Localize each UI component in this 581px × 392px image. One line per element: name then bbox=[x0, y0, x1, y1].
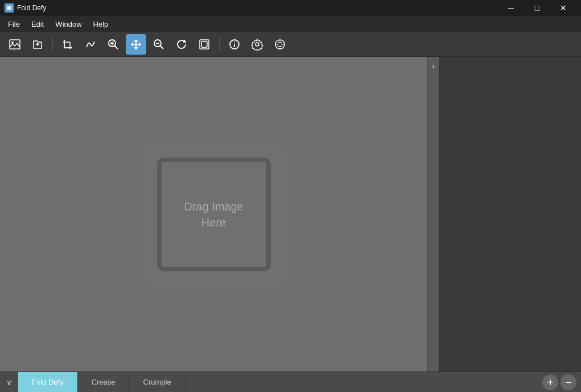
tab-crumple[interactable]: Crumple bbox=[130, 372, 186, 393]
window-controls: ─ □ ✕ bbox=[498, 0, 576, 16]
svg-line-10 bbox=[115, 46, 118, 49]
close-button[interactable]: ✕ bbox=[550, 0, 576, 16]
bottom-actions: + − bbox=[542, 374, 581, 390]
svg-point-24 bbox=[275, 40, 285, 49]
svg-rect-1 bbox=[7, 6, 11, 10]
toolbar-sep-2 bbox=[219, 36, 220, 52]
panel-toggle-arrow-icon: › bbox=[432, 61, 435, 71]
svg-line-16 bbox=[160, 46, 164, 49]
toolbar-sep-1 bbox=[52, 36, 53, 52]
drag-inner: Drag Image Here bbox=[157, 158, 271, 271]
canvas-area[interactable]: Drag Image Here bbox=[0, 57, 427, 372]
fit-button[interactable] bbox=[194, 34, 215, 55]
effects-button[interactable] bbox=[270, 34, 290, 55]
drag-placeholder[interactable]: Drag Image Here bbox=[140, 141, 288, 288]
svg-point-25 bbox=[278, 42, 282, 47]
main-area: Drag Image Here › bbox=[0, 57, 581, 372]
svg-point-23 bbox=[256, 43, 259, 46]
app-icon bbox=[5, 3, 14, 13]
remove-tab-button[interactable]: − bbox=[561, 374, 576, 390]
settings-button[interactable] bbox=[247, 34, 267, 55]
right-panel bbox=[439, 57, 581, 372]
add-tab-button[interactable]: + bbox=[542, 374, 558, 390]
zoom-out-button[interactable] bbox=[149, 34, 169, 55]
minimize-button[interactable]: ─ bbox=[498, 0, 524, 16]
menu-edit[interactable]: Edit bbox=[26, 18, 50, 31]
bottom-bar: ∨ Fold Defy Crease Crumple + − bbox=[0, 372, 581, 392]
toolbar bbox=[0, 32, 581, 57]
svg-rect-19 bbox=[201, 42, 207, 47]
menubar: File Edit Window Help bbox=[0, 16, 581, 32]
tab-fold-defy[interactable]: Fold Defy bbox=[18, 372, 78, 393]
info-button[interactable] bbox=[224, 34, 245, 55]
curve-button[interactable] bbox=[80, 34, 101, 55]
svg-point-22 bbox=[234, 42, 235, 43]
zoom-in-button[interactable] bbox=[103, 34, 123, 55]
menu-file[interactable]: File bbox=[2, 18, 26, 31]
menu-help[interactable]: Help bbox=[88, 18, 114, 31]
maximize-button[interactable]: □ bbox=[524, 0, 550, 16]
bottom-chevron-button[interactable]: ∨ bbox=[0, 372, 18, 393]
titlebar: Fold Defy ─ □ ✕ bbox=[0, 0, 581, 16]
crop-button[interactable] bbox=[57, 34, 78, 55]
open-image-button[interactable] bbox=[5, 34, 25, 55]
app-title: Fold Defy bbox=[17, 4, 46, 12]
open-file-button[interactable] bbox=[27, 34, 48, 55]
tab-crease[interactable]: Crease bbox=[78, 372, 130, 393]
menu-window[interactable]: Window bbox=[50, 18, 87, 31]
move-button[interactable] bbox=[126, 34, 146, 55]
rotate-button[interactable] bbox=[171, 34, 192, 55]
drag-image-text: Drag Image Here bbox=[184, 199, 244, 230]
panel-toggle-button[interactable]: › bbox=[427, 57, 439, 372]
titlebar-left: Fold Defy bbox=[5, 3, 46, 13]
